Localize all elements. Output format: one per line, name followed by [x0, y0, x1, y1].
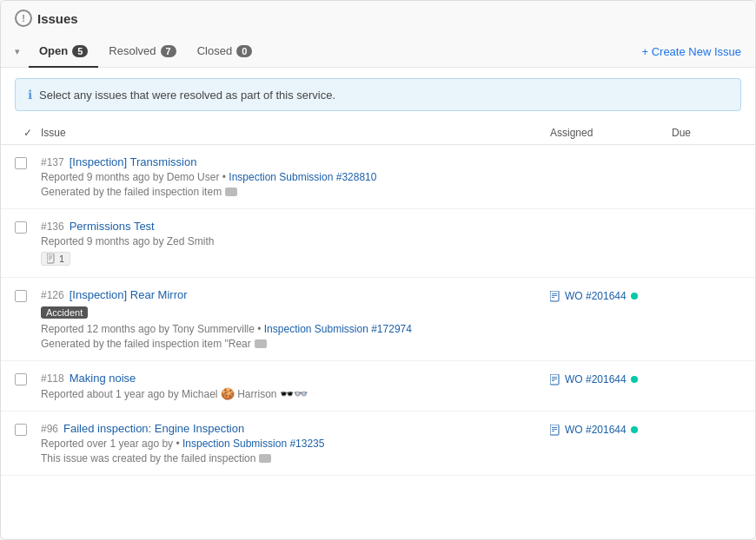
table-row: #137 [Inspection] Transmission Reported … [1, 145, 755, 209]
row-126-checkbox[interactable] [15, 288, 41, 302]
table-header: ✓ Issue Assigned Due [1, 122, 755, 145]
row-137-content: #137 [Inspection] Transmission Reported … [41, 155, 550, 198]
checkmark-header: ✓ [23, 127, 32, 139]
issue-meta: Reported about 1 year ago by Michael 🍪 H… [41, 387, 550, 400]
row-136-number-title: #136 Permissions Test [41, 220, 550, 233]
info-banner: ℹ Select any issues that were resolved a… [15, 78, 741, 111]
issue-sub: Generated by the failed inspection item … [41, 338, 550, 350]
info-banner-text: Select any issues that were resolved as … [39, 89, 335, 102]
tab-resolved-label: Resolved [109, 44, 156, 57]
document-icon [550, 425, 560, 436]
info-icon: ℹ [28, 88, 32, 102]
table-row: #126 [Inspection] Rear Mirror Accident R… [1, 278, 755, 361]
wo-link[interactable]: WO #201644 [550, 290, 638, 302]
active-dot [631, 376, 638, 383]
table-row: #96 Failed inspection: Engine Inspection… [1, 412, 755, 476]
row-96-content: #96 Failed inspection: Engine Inspection… [41, 422, 550, 464]
row-136-content: #136 Permissions Test Reported 9 months … [41, 220, 550, 267]
tab-open[interactable]: Open 5 [29, 36, 98, 68]
col-assigned-header: Assigned [550, 127, 672, 139]
row-136-checkbox[interactable] [15, 220, 41, 234]
chat-icon [225, 188, 237, 196]
row-137-number-title: #137 [Inspection] Transmission [41, 155, 550, 168]
row-96-number-title: #96 Failed inspection: Engine Inspection [41, 422, 550, 435]
svg-rect-0 [47, 254, 54, 263]
row-118-number-title: #118 Making noise [41, 372, 550, 385]
table-row: #118 Making noise Reported about 1 year … [1, 361, 755, 412]
document-icon [47, 254, 56, 264]
document-icon [550, 374, 560, 385]
col-due-header: Due [672, 127, 741, 139]
issue-title-link[interactable]: Making noise [70, 372, 136, 385]
row-137-checkbox[interactable] [15, 155, 41, 169]
row-96-due [672, 422, 741, 424]
submission-link[interactable]: Inspection Submission #328810 [229, 171, 376, 183]
issue-sub: Generated by the failed inspection item [41, 186, 550, 198]
select-all-checkbox-header: ✓ [15, 127, 41, 139]
table-row: #136 Permissions Test Reported 9 months … [1, 209, 755, 278]
submission-link[interactable]: Inspection Submission #13235 [182, 438, 324, 450]
issue-title-link[interactable]: [Inspection] Transmission [70, 155, 197, 168]
row-136-assigned [550, 220, 672, 221]
tab-closed-badge: 0 [236, 45, 252, 57]
doc-badge: 1 [41, 252, 70, 266]
col-issue-header: Issue [41, 127, 550, 139]
row-126-due [672, 288, 741, 290]
issue-number: #118 [41, 372, 64, 385]
issue-number: #137 [41, 156, 64, 168]
issues-icon: ! [15, 10, 32, 27]
page-title: Issues [37, 11, 78, 26]
row-137-due [672, 155, 741, 157]
issues-panel: ! Issues ▾ Open 5 Resolved 7 Closed 0 + … [0, 0, 756, 540]
tabs-area: ▾ Open 5 Resolved 7 Closed 0 + Create Ne… [1, 36, 755, 68]
panel-header: ! Issues [1, 1, 755, 36]
active-dot [631, 293, 638, 300]
wo-link[interactable]: WO #201644 [550, 424, 638, 436]
row-96-assigned: WO #201644 [550, 422, 672, 436]
row-118-due [672, 372, 741, 373]
row-96-checkbox[interactable] [15, 422, 41, 436]
issue-sub: This issue was created by the failed ins… [41, 452, 550, 464]
tab-open-badge: 5 [72, 45, 88, 57]
cookie-emoji: 🍪 [221, 387, 235, 400]
issue-title-link[interactable]: Permissions Test [70, 220, 155, 233]
chat-icon [255, 339, 267, 348]
document-icon [550, 291, 560, 302]
tab-closed-label: Closed [197, 44, 232, 57]
issue-number: #136 [41, 221, 64, 233]
row-126-number-title: #126 [Inspection] Rear Mirror [41, 288, 550, 301]
tab-open-label: Open [39, 44, 68, 57]
create-new-issue-button[interactable]: + Create New Issue [641, 36, 741, 67]
glasses-emoji: 👓 [294, 387, 308, 400]
row-118-checkbox[interactable] [15, 372, 41, 385]
chat-icon [259, 454, 271, 463]
issue-title-link[interactable]: [Inspection] Rear Mirror [70, 288, 188, 301]
issue-meta: Reported 9 months ago by Demo User • Ins… [41, 171, 550, 183]
tab-resolved[interactable]: Resolved 7 [98, 36, 186, 68]
row-126-assigned: WO #201644 [550, 288, 672, 302]
svg-rect-12 [550, 425, 559, 435]
issue-number: #96 [41, 423, 58, 435]
issue-meta: Reported over 1 year ago by • Inspection… [41, 438, 550, 450]
tab-closed[interactable]: Closed 0 [187, 36, 263, 68]
row-118-assigned: WO #201644 [550, 372, 672, 385]
active-dot [631, 426, 638, 433]
issue-number: #126 [41, 289, 64, 301]
issue-meta: Reported 12 months ago by Tony Summervil… [41, 323, 550, 335]
row-126-content: #126 [Inspection] Rear Mirror Accident R… [41, 288, 550, 350]
submission-link[interactable]: Inspection Submission #172974 [264, 323, 412, 335]
svg-rect-4 [550, 291, 559, 301]
row-118-content: #118 Making noise Reported about 1 year … [41, 372, 550, 400]
issue-title-link[interactable]: Failed inspection: Engine Inspection [63, 422, 244, 435]
row-136-due [672, 220, 741, 221]
wo-link[interactable]: WO #201644 [550, 373, 638, 385]
header-left: ! Issues [15, 10, 741, 27]
tab-resolved-badge: 7 [161, 45, 176, 57]
dropdown-arrow-icon[interactable]: ▾ [15, 46, 20, 57]
svg-rect-8 [550, 374, 559, 385]
sunglasses-emoji: 🕶️ [280, 387, 294, 400]
issue-meta: Reported 9 months ago by Zed Smith [41, 235, 550, 247]
accident-badge: Accident [41, 306, 88, 319]
row-137-assigned [550, 155, 672, 157]
